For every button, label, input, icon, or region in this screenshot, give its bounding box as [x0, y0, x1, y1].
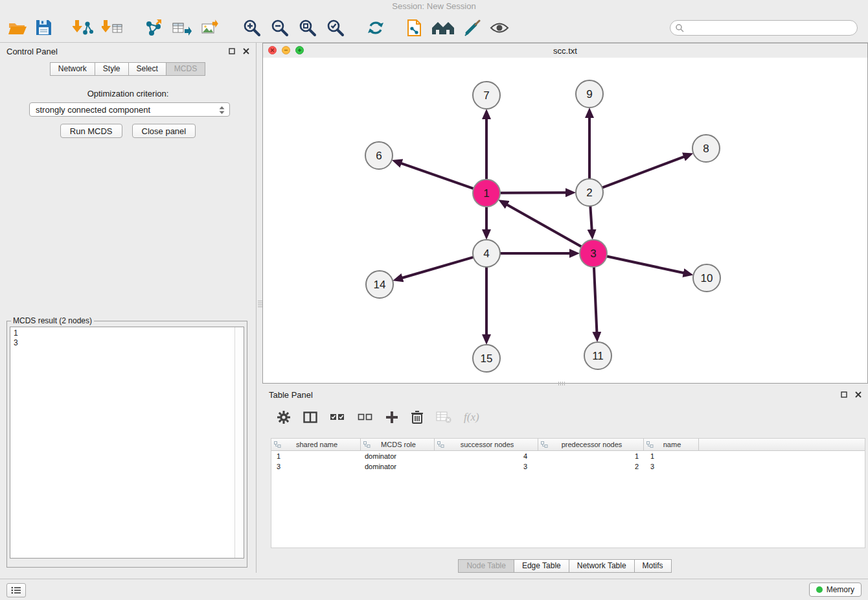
show-hide-button[interactable] — [490, 17, 509, 39]
graph-edge-2-8[interactable] — [602, 156, 685, 187]
graph-node-3[interactable]: 3 — [580, 240, 607, 267]
cell-shared-name[interactable]: 1 — [271, 452, 361, 460]
trash-icon — [411, 410, 424, 424]
refresh-layout-button[interactable] — [366, 17, 385, 39]
dropdown-arrows-icon — [218, 106, 225, 117]
tab-mcds[interactable]: MCDS — [166, 62, 205, 76]
zoom-fit-button[interactable] — [298, 17, 317, 39]
graph-node-label: 3 — [590, 248, 596, 260]
zoom-fit-icon — [298, 18, 317, 38]
table-toolbar: f(x) — [262, 404, 868, 430]
result-scrollbar[interactable] — [234, 327, 244, 558]
duplicate-network-button[interactable] — [406, 17, 423, 39]
add-column-button[interactable] — [385, 411, 398, 424]
table-row[interactable]: 3 dominator 3 2 3 — [271, 461, 865, 472]
select-all-columns-button[interactable] — [330, 411, 345, 423]
graph-edge-4-14[interactable] — [402, 257, 474, 278]
graph-node-8[interactable]: 8 — [692, 135, 720, 162]
tab-network-table[interactable]: Network Table — [569, 559, 635, 573]
home-button[interactable] — [431, 17, 455, 39]
graph-node-label: 6 — [376, 150, 382, 162]
zoom-selected-icon — [326, 18, 345, 38]
graph-node-1[interactable]: 1 — [473, 179, 500, 207]
export-image-button[interactable] — [201, 17, 222, 39]
optimization-dropdown[interactable]: strongly connected component — [29, 102, 230, 117]
cell-name[interactable]: 3 — [644, 463, 699, 470]
column-header-successor-nodes[interactable]: successor nodes — [435, 439, 538, 450]
graph-node-label: 1 — [483, 187, 489, 200]
graph-node-14[interactable]: 14 — [366, 271, 393, 298]
graph-edge-1-2[interactable] — [500, 192, 567, 193]
graph-node-6[interactable]: 6 — [365, 142, 393, 169]
graph-node-10[interactable]: 10 — [693, 264, 720, 292]
search-input[interactable] — [670, 20, 858, 36]
close-panel-button[interactable]: Close panel — [132, 124, 196, 138]
cell-name[interactable]: 1 — [644, 452, 699, 460]
graph-node-7[interactable]: 7 — [473, 82, 500, 109]
graph-node-11[interactable]: 11 — [584, 342, 611, 369]
window-close-button[interactable] — [268, 46, 277, 54]
cell-predecessor-nodes[interactable]: 2 — [538, 463, 644, 470]
result-line: 1 — [14, 329, 231, 338]
tab-edge-table[interactable]: Edge Table — [514, 559, 569, 573]
memory-button[interactable]: Memory — [809, 583, 862, 597]
network-graph[interactable]: 7968124314101511 — [263, 58, 867, 383]
cell-shared-name[interactable]: 3 — [271, 463, 361, 470]
graph-edge-3-10[interactable] — [607, 256, 685, 273]
graph-node-9[interactable]: 9 — [576, 80, 603, 108]
tab-node-table[interactable]: Node Table — [458, 559, 514, 573]
import-network-button[interactable] — [73, 17, 93, 39]
control-panel-title: Control Panel — [6, 47, 58, 56]
cell-successor-nodes[interactable]: 4 — [435, 452, 538, 460]
column-header-predecessor-nodes[interactable]: predecessor nodes — [538, 439, 644, 450]
vertical-splitter-grip[interactable] — [258, 301, 262, 308]
float-table-panel-icon[interactable] — [841, 391, 847, 398]
tab-select[interactable]: Select — [128, 62, 166, 76]
zoom-selected-button[interactable] — [326, 17, 345, 39]
delete-column-button[interactable] — [411, 410, 424, 424]
window-minimize-button[interactable] — [282, 46, 290, 54]
zoom-out-button[interactable] — [270, 17, 290, 39]
deselect-all-icon — [358, 411, 373, 423]
delete-table-icon — [436, 411, 451, 423]
horizontal-splitter-grip[interactable] — [558, 382, 566, 386]
tab-style[interactable]: Style — [95, 62, 129, 76]
float-panel-icon[interactable] — [229, 48, 235, 54]
table-settings-button[interactable] — [277, 410, 291, 424]
save-session-button[interactable] — [36, 17, 52, 39]
graph-edge-3-1[interactable] — [506, 204, 581, 247]
close-table-panel-icon[interactable] — [855, 391, 862, 398]
cell-successor-nodes[interactable]: 3 — [435, 463, 538, 470]
graph-edge-1-6[interactable] — [400, 163, 474, 189]
graph-edge-2-3[interactable] — [590, 206, 591, 231]
open-session-button[interactable] — [8, 17, 27, 39]
graph-node-4[interactable]: 4 — [473, 240, 500, 267]
task-history-button[interactable] — [6, 583, 26, 597]
graph-edge-3-11[interactable] — [594, 267, 597, 333]
cell-predecessor-nodes[interactable]: 1 — [538, 452, 644, 460]
close-panel-icon[interactable] — [243, 48, 249, 54]
list-icon — [11, 586, 21, 594]
cell-mcds-role[interactable]: dominator — [361, 452, 435, 460]
new-table-button[interactable] — [172, 17, 192, 39]
show-columns-button[interactable] — [303, 411, 317, 423]
deselect-all-columns-button[interactable] — [358, 411, 373, 423]
window-zoom-button[interactable] — [295, 46, 304, 54]
run-mcds-button[interactable]: Run MCDS — [60, 124, 122, 138]
graph-node-label: 4 — [483, 248, 489, 260]
control-panel-tabs: Network Style Select MCDS — [0, 62, 256, 76]
graph-node-2[interactable]: 2 — [576, 179, 603, 206]
zoom-in-button[interactable] — [242, 17, 262, 39]
new-network-button[interactable] — [144, 17, 163, 39]
network-canvas[interactable]: 7968124314101511 — [263, 58, 867, 383]
apply-style-button[interactable] — [463, 17, 481, 39]
graph-node-15[interactable]: 15 — [473, 345, 500, 372]
tab-motifs[interactable]: Motifs — [634, 559, 672, 573]
column-header-shared-name[interactable]: shared name — [271, 439, 361, 450]
column-header-name[interactable]: name — [644, 439, 699, 450]
table-row[interactable]: 1 dominator 4 1 1 — [271, 451, 865, 461]
cell-mcds-role[interactable]: dominator — [361, 463, 435, 470]
column-header-mcds-role[interactable]: MCDS role — [361, 439, 435, 450]
tab-network[interactable]: Network — [50, 62, 95, 76]
import-table-button[interactable] — [102, 17, 123, 39]
